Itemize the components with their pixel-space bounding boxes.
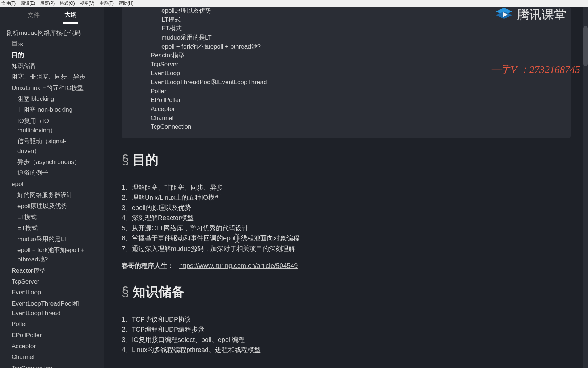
list-item: 6、掌握基于事件驱动和事件回调的epoll+线程池面向对象编程 xyxy=(122,233,571,243)
outline-item[interactable]: muduo采用的是LT xyxy=(7,234,86,245)
outline-item[interactable]: 知识储备 xyxy=(7,61,102,71)
toc-line[interactable]: ET模式 xyxy=(133,24,560,33)
outline-item[interactable]: epoll + fork池不如epoll + pthread池? xyxy=(7,245,86,265)
outline-item[interactable]: 阻塞 blocking xyxy=(7,94,86,104)
section-symbol: § xyxy=(122,284,129,299)
outline-item[interactable]: EventLoopThreadPool和EventLoopThread xyxy=(7,298,102,319)
tab-file[interactable]: 文件 xyxy=(26,7,41,23)
list-item: 4、深刻理解Reactor模型 xyxy=(122,213,571,223)
section-symbol: § xyxy=(122,152,129,168)
knowledge-list: 1、TCP协议和UDP协议2、TCP编程和UDP编程步骤3、IO复用接口编程se… xyxy=(122,315,571,355)
toc-line[interactable]: epoll原理以及优势 xyxy=(133,7,560,16)
menu-format[interactable]: 格式(O) xyxy=(60,0,75,7)
outline-item[interactable]: LT模式 xyxy=(7,212,86,223)
toc-line[interactable]: Acceptor xyxy=(133,105,560,114)
list-item: 3、epoll的原理以及优势 xyxy=(122,203,571,212)
list-item: 7、通过深入理解muduo源码，加深对于相关项目的深刻理解 xyxy=(122,244,571,253)
toc-line[interactable]: TcpConnection xyxy=(133,123,560,132)
outline-item[interactable]: TcpServer xyxy=(7,276,102,287)
list-item: 5、从开源C++网络库，学习优秀的代码设计 xyxy=(122,223,571,233)
outline-item[interactable]: epoll原理以及优势 xyxy=(7,201,86,212)
menu-paragraph[interactable]: 段落(P) xyxy=(40,0,55,7)
outline-tree[interactable]: 剖析muduo网络库核心代码目录目的知识储备阻塞、非阻塞、同步、异步Unix/L… xyxy=(0,24,104,368)
reference-link[interactable]: https://www.ituring.com.cn/article/50454… xyxy=(179,262,298,269)
toc-line[interactable]: Channel xyxy=(133,114,560,123)
menu-help[interactable]: 帮助(H) xyxy=(119,0,134,7)
scrollbar-thumb[interactable] xyxy=(583,26,588,66)
toc-line[interactable]: muduo采用的是LT xyxy=(133,33,560,42)
main-content[interactable]: 腾讯课堂 一手V ：2732168745 epoll原理以及优势LT模式ET模式… xyxy=(104,7,588,368)
section-heading-purpose: § 目的 xyxy=(122,151,571,173)
link-label: 春哥的程序人生： xyxy=(122,262,174,269)
toc-line[interactable]: EPollPoller xyxy=(133,96,560,105)
list-item: 3、IO复用接口编程select、poll、epoll编程 xyxy=(122,335,571,344)
purpose-list: 1、理解阻塞、非阻塞、同步、异步2、理解Unix/Linux上的五种IO模型3、… xyxy=(122,183,571,253)
outline-item[interactable]: 好的网络服务器设计 xyxy=(7,190,86,200)
toc-line[interactable]: TcpServer xyxy=(133,60,560,69)
list-item: 4、Linux的多线程编程pthread、进程和线程模型 xyxy=(122,345,571,355)
outline-item[interactable]: Reactor模型 xyxy=(7,265,102,276)
menu-file[interactable]: 文件(F) xyxy=(1,0,16,7)
menu-theme[interactable]: 主题(T) xyxy=(100,0,114,7)
toc-line[interactable]: LT模式 xyxy=(133,16,560,25)
outline-item[interactable]: 剖析muduo网络库核心代码 xyxy=(7,28,102,38)
sidebar: 文件 大纲 剖析muduo网络库核心代码目录目的知识储备阻塞、非阻塞、同步、异步… xyxy=(0,7,104,368)
list-item: 1、TCP协议和UDP协议 xyxy=(122,315,571,324)
outline-item[interactable]: 异步（asynchronous） xyxy=(7,157,86,168)
outline-item[interactable]: Unix/Linux上的五种IO模型 xyxy=(7,83,102,94)
tab-outline[interactable]: 大纲 xyxy=(63,7,78,24)
outline-item[interactable]: ET模式 xyxy=(7,223,86,233)
menubar: 文件(F) 编辑(E) 段落(P) 格式(O) 视图(V) 主题(T) 帮助(H… xyxy=(0,0,588,7)
toc-line[interactable]: EventLoopThreadPool和EventLoopThread xyxy=(133,78,560,87)
outline-item[interactable]: TcpConnection xyxy=(7,363,102,368)
reference-link-line: 春哥的程序人生： https://www.ituring.com.cn/arti… xyxy=(122,261,571,270)
scrollbar-track[interactable] xyxy=(583,7,588,368)
outline-item[interactable]: Channel xyxy=(7,352,102,363)
toc-line[interactable]: Reactor模型 xyxy=(133,51,560,60)
menu-view[interactable]: 视图(V) xyxy=(80,0,94,7)
outline-item[interactable]: 通俗的例子 xyxy=(7,168,86,178)
outline-item[interactable]: 阻塞、非阻塞、同步、异步 xyxy=(7,71,102,82)
outline-item[interactable]: IO复用（IO multiplexing） xyxy=(7,116,86,136)
outline-item[interactable]: epoll xyxy=(7,179,102,190)
toc-block: epoll原理以及优势LT模式ET模式muduo采用的是LTepoll + fo… xyxy=(122,7,571,138)
section-title: 知识储备 xyxy=(133,283,185,301)
outline-item[interactable]: 目录 xyxy=(7,38,102,49)
outline-item[interactable]: Acceptor xyxy=(7,341,102,352)
list-item: 1、理解阻塞、非阻塞、同步、异步 xyxy=(122,183,571,192)
toc-line[interactable]: Poller xyxy=(133,87,560,96)
outline-item[interactable]: EventLoop xyxy=(7,287,102,298)
toc-line[interactable]: EventLoop xyxy=(133,69,560,78)
menu-edit[interactable]: 编辑(E) xyxy=(21,0,35,7)
outline-item[interactable]: 非阻塞 non-blocking xyxy=(7,104,86,115)
outline-item[interactable]: 信号驱动（signal-driven） xyxy=(7,136,86,157)
outline-item[interactable]: Poller xyxy=(7,319,102,330)
section-heading-knowledge: § 知识储备 xyxy=(122,283,571,305)
outline-item[interactable]: EPollPoller xyxy=(7,330,102,341)
sidebar-tabs: 文件 大纲 xyxy=(0,7,104,24)
list-item: 2、理解Unix/Linux上的五种IO模型 xyxy=(122,193,571,202)
outline-item[interactable]: 目的 xyxy=(7,50,102,61)
toc-line[interactable]: epoll + fork池不如epoll + pthread池? xyxy=(133,42,560,51)
section-title: 目的 xyxy=(133,151,159,169)
list-item: 2、TCP编程和UDP编程步骤 xyxy=(122,325,571,334)
